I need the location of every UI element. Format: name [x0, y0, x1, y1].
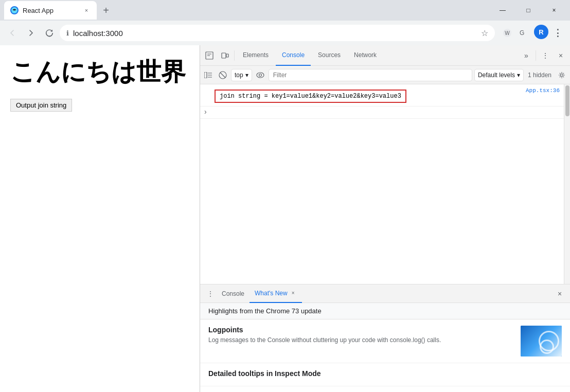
console-entry-icon [204, 87, 212, 88]
console-entry-source[interactable]: App.tsx:36 [526, 87, 560, 94]
context-selector[interactable]: top ▾ [231, 69, 252, 81]
minimize-button[interactable]: — [491, 2, 514, 19]
eye-button[interactable] [254, 69, 266, 81]
context-arrow-icon: ▾ [245, 72, 248, 79]
feature-item-logpoints: Logpoints Log messages to the Console wi… [200, 319, 570, 363]
levels-arrow-icon: ▾ [517, 72, 520, 79]
more-options-button[interactable]: ⋮ [549, 25, 566, 41]
whats-new-content: Highlights from the Chrome 73 update Log… [200, 303, 570, 392]
window-controls: — □ × [491, 2, 566, 19]
toolbar-separator [234, 50, 235, 61]
toolbar-separator-2 [536, 50, 536, 61]
feature-item-tooltips: Detailed tooltips in Inspect Mode [200, 363, 570, 386]
browser-window: React App × + — □ × ℹ localhost:3000 ☆ W [0, 0, 570, 392]
drawer-close-button[interactable]: × [554, 288, 566, 300]
nav-actions: W G R ⋮ [499, 25, 566, 41]
console-expand-entry: › [200, 106, 564, 119]
svg-line-9 [220, 73, 225, 78]
tab-favicon [10, 6, 19, 14]
drawer-tab-console[interactable]: Console [217, 284, 250, 303]
feature-title-logpoints: Logpoints [208, 326, 514, 334]
drawer-tab-whats-new-close[interactable]: × [290, 290, 297, 297]
tab-sources[interactable]: Sources [312, 45, 347, 66]
console-sidebar-button[interactable] [202, 69, 215, 81]
filter-input[interactable] [269, 69, 472, 81]
svg-point-10 [257, 73, 264, 78]
tab-title: React App [23, 7, 78, 14]
output-join-string-button[interactable]: Output join string [10, 99, 72, 112]
forward-button[interactable] [23, 25, 39, 41]
title-bar: React App × + — □ × [0, 0, 570, 21]
bookmark-icon[interactable]: ☆ [481, 28, 488, 38]
bottom-drawer: ⋮ Console What's New × × Highlights from… [200, 284, 570, 392]
back-button[interactable] [4, 25, 21, 41]
page-content: こんにちは世界 Output join string [0, 45, 200, 392]
tab-elements[interactable]: Elements [237, 45, 275, 66]
svg-rect-5 [222, 53, 226, 58]
content-area: こんにちは世界 Output join string Elements Cons… [0, 45, 570, 392]
highlights-bar: Highlights from the Chrome 73 update [200, 303, 570, 319]
console-log-entry: join string = key1=value1&key2=value2&ke… [200, 86, 564, 106]
svg-text:G: G [520, 29, 524, 37]
security-icon: ℹ [66, 29, 69, 37]
svg-text:W: W [505, 30, 510, 36]
maximize-button[interactable]: □ [516, 2, 540, 19]
feature-title-tooltips: Detailed tooltips in Inspect Mode [208, 369, 562, 378]
tab-close-button[interactable]: × [82, 6, 91, 14]
refresh-button[interactable] [41, 25, 58, 41]
more-tabs-button[interactable]: » [519, 48, 533, 63]
feature-text-logpoints: Logpoints Log messages to the Console wi… [208, 326, 514, 357]
svg-rect-7 [204, 72, 207, 78]
scrollbar-thumb[interactable] [565, 85, 569, 116]
devtools-toolbar: Elements Console Sources Network » ⋮ × [200, 45, 570, 66]
feature-image-graphic [521, 326, 562, 357]
svg-point-11 [259, 74, 261, 76]
feature-image-logpoints [521, 326, 562, 357]
nav-bar: ℹ localhost:3000 ☆ W G R ⋮ [0, 21, 570, 45]
device-toggle-button[interactable] [218, 48, 232, 63]
drawer-tabs: ⋮ Console What's New × × [200, 284, 570, 303]
address-bar[interactable]: ℹ localhost:3000 ☆ [60, 25, 495, 41]
drawer-more-button[interactable]: ⋮ [204, 288, 217, 300]
hidden-count: 1 hidden [526, 72, 554, 79]
tab-network[interactable]: Network [348, 45, 383, 66]
console-toolbar: top ▾ Default levels ▾ 1 hidden [200, 66, 570, 84]
translate-button[interactable]: G [516, 25, 533, 41]
new-tab-button[interactable]: + [99, 3, 113, 17]
extensions-button[interactable]: W [499, 25, 515, 41]
console-entry-content: join string = key1=value1&key2=value2&ke… [215, 87, 522, 105]
profile-button[interactable]: R [534, 25, 548, 39]
feature-text-tooltips: Detailed tooltips in Inspect Mode [208, 369, 562, 380]
browser-tab[interactable]: React App × [4, 1, 97, 20]
tab-console[interactable]: Console [276, 45, 311, 66]
clear-console-button[interactable] [217, 69, 229, 81]
feature-desc-logpoints: Log messages to the Console without clut… [208, 336, 514, 345]
devtools-panel: Elements Console Sources Network » ⋮ × [200, 45, 570, 392]
devtools-scrollbar[interactable] [564, 84, 570, 284]
inspect-element-button[interactable] [202, 48, 217, 63]
devtools-close-button[interactable]: × [554, 48, 568, 63]
console-log-box: join string = key1=value1&key2=value2&ke… [215, 90, 406, 103]
svg-rect-6 [226, 54, 228, 57]
graphic-circle-2 [540, 340, 554, 354]
levels-selector[interactable]: Default levels ▾ [474, 69, 524, 81]
address-text[interactable]: localhost:3000 [73, 29, 477, 38]
drawer-tab-whats-new[interactable]: What's New × [250, 284, 302, 303]
console-content: join string = key1=value1&key2=value2&ke… [200, 84, 564, 284]
close-button[interactable]: × [542, 2, 566, 19]
console-expand-icon[interactable]: › [204, 108, 207, 116]
page-heading: こんにちは世界 [10, 56, 189, 88]
console-settings-button[interactable] [556, 69, 568, 81]
devtools-settings-button[interactable]: ⋮ [538, 48, 553, 63]
devtools-main: join string = key1=value1&key2=value2&ke… [200, 84, 570, 284]
svg-point-12 [561, 74, 563, 76]
